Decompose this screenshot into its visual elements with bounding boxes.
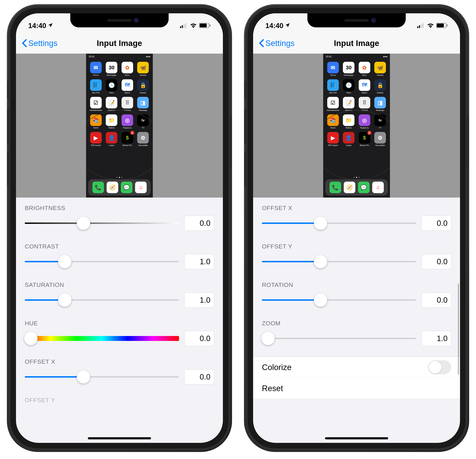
toggle-colorize[interactable] [428, 360, 451, 374]
slider-knob[interactable] [314, 293, 327, 307]
notch [307, 13, 406, 27]
image-preview[interactable]: 10:41●●● ✉︎Почта30Календарь✿Фото🦋Ulysses… [253, 54, 460, 197]
chevron-left-icon [21, 39, 28, 47]
slider-offsetx[interactable] [25, 372, 179, 382]
app-Фото: ✿Фото [357, 62, 372, 76]
value-saturation[interactable]: 1.0 [184, 293, 214, 308]
slider-offsety[interactable] [262, 257, 416, 267]
battery-icon [199, 22, 211, 30]
app-Карты: 🗺Карты [120, 79, 134, 94]
volume-down [7, 151, 10, 186]
row-label-reset: Reset [262, 384, 283, 393]
status-time: 14:40 [28, 22, 46, 30]
slider-knob[interactable] [77, 370, 90, 384]
controls-right[interactable]: OFFSET X0.0OFFSET Y0.0ROTATION0.0ZOOM1.0 [253, 197, 460, 351]
row-reset[interactable]: Reset [253, 378, 460, 399]
slider-label-offsetx: OFFSET X [262, 205, 451, 212]
back-button[interactable]: Settings [258, 38, 295, 48]
cutoff-label: OFFSET Y [25, 397, 214, 403]
slider-group-offsetx: OFFSET X0.0 [16, 351, 223, 390]
back-label: Settings [28, 38, 58, 48]
slider-group-saturation: SATURATION1.0 [16, 274, 223, 313]
location-icon [285, 22, 290, 30]
slider-offsetx[interactable] [262, 218, 416, 228]
signal-icon [180, 22, 188, 30]
nav-bar: Settings Input Image [16, 33, 223, 54]
controls-left[interactable]: BRIGHTNESS0.0CONTRAST1.0SATURATION1.0HUE… [16, 197, 223, 390]
preview-thumbnail: 10:41●●● ✉︎Почта30Календарь✿Фото🦋Ulysses… [323, 54, 390, 197]
app-Enpass: 🔒Enpass [136, 79, 150, 94]
slider-label-hue: HUE [25, 320, 214, 327]
value-contrast[interactable]: 1.0 [184, 254, 214, 269]
app-Фото: ✿Фото [120, 62, 134, 76]
slider-label-offsetx: OFFSET X [25, 358, 214, 365]
slider-knob[interactable] [24, 332, 38, 345]
slider-saturation[interactable] [25, 295, 179, 305]
slider-label-saturation: SATURATION [25, 281, 214, 288]
image-preview[interactable]: 10:41●●● ✉︎Почта30Календарь✿Фото🦋Ulysses… [16, 54, 223, 197]
power-button [466, 116, 469, 168]
value-zoom[interactable]: 1.0 [421, 331, 451, 346]
svg-rect-8 [419, 25, 420, 28]
wifi-icon [427, 22, 434, 30]
value-offsetx[interactable]: 0.0 [184, 369, 214, 385]
app-Почта: ✉︎Почта [326, 62, 340, 76]
page-title: Input Image [97, 38, 142, 48]
slider-group-contrast: CONTRAST1.0 [16, 236, 223, 274]
app-Почта: ✉︎Почта [89, 62, 103, 76]
screen-right: 14:40 Settings I [253, 13, 460, 443]
scroll-indicator[interactable] [458, 284, 459, 375]
app-Календарь: 30Календарь [342, 62, 356, 76]
chevron-left-icon [258, 39, 265, 47]
slider-group-offsety: OFFSET Y0.0 [253, 236, 460, 274]
slider-group-offsetx: OFFSET X0.0 [253, 197, 460, 236]
app-Часы: 🕓Часы [105, 79, 119, 94]
value-offsety[interactable]: 0.0 [421, 254, 451, 269]
mute-switch [244, 81, 247, 98]
slider-zoom[interactable] [262, 334, 416, 343]
home-indicator[interactable] [88, 437, 151, 439]
app-Команды: ◨Команды [373, 97, 387, 111]
app-Заметки: 📝Заметки [342, 97, 356, 111]
slider-label-offsety: OFFSET Y [262, 243, 451, 250]
value-brightness[interactable]: 0.0 [184, 216, 214, 231]
phone-right: 14:40 Settings I [247, 7, 466, 449]
slider-group-rotation: ROTATION0.0 [253, 274, 460, 313]
app-Calcbot: ⠿Calcbot [357, 97, 372, 111]
screen-left: 14:40 Settings I [16, 13, 223, 443]
app-Ulysses: 🦋Ulysses [373, 62, 387, 76]
value-offsetx[interactable]: 0.0 [421, 216, 451, 231]
slider-contrast[interactable] [25, 257, 179, 267]
location-icon [48, 22, 53, 30]
back-button[interactable]: Settings [21, 38, 58, 48]
app-Day One: 📘Day One [326, 79, 340, 94]
slider-knob[interactable] [58, 255, 71, 268]
slider-knob[interactable] [58, 293, 71, 307]
slider-knob[interactable] [261, 332, 275, 345]
volume-down [244, 151, 247, 186]
app-Календарь: 30Календарь [105, 62, 119, 76]
svg-rect-3 [185, 23, 186, 28]
mute-switch [7, 81, 10, 98]
svg-rect-10 [422, 23, 424, 28]
nav-bar: Settings Input Image [253, 33, 460, 54]
svg-rect-7 [417, 26, 418, 28]
slider-hue[interactable] [25, 334, 179, 343]
value-rotation[interactable]: 0.0 [421, 293, 451, 308]
slider-knob[interactable] [314, 216, 327, 230]
slider-label-zoom: ZOOM [262, 320, 451, 327]
volume-up [244, 109, 247, 144]
slider-knob[interactable] [314, 255, 327, 268]
slider-label-brightness: BRIGHTNESS [25, 205, 214, 212]
row-colorize[interactable]: Colorize [253, 357, 460, 378]
app-Ulysses: 🦋Ulysses [136, 62, 150, 76]
home-indicator[interactable] [325, 437, 388, 439]
app-Команды: ◨Команды [136, 97, 150, 111]
value-hue[interactable]: 0.0 [184, 331, 214, 346]
slider-knob[interactable] [77, 216, 90, 230]
slider-rotation[interactable] [262, 295, 416, 305]
app-Заметки: 📝Заметки [105, 97, 119, 111]
app-Day One: 📘Day One [89, 79, 103, 94]
slider-label-contrast: CONTRAST [25, 243, 214, 250]
slider-brightness[interactable] [25, 218, 179, 228]
